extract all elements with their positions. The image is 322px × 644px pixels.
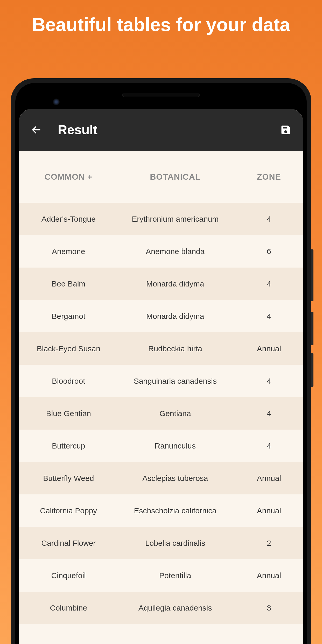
cell-common: Adder's-Tongue [19, 215, 116, 223]
cell-botanical: Aquilegia canadensis [116, 604, 235, 612]
cell-zone: 4 [235, 215, 303, 223]
table-row[interactable]: ColumbineAquilegia canadensis3 [19, 592, 303, 624]
table-row[interactable]: California PoppyEschscholzia californica… [19, 494, 303, 527]
cell-zone: 3 [235, 604, 303, 612]
promo-title: Beautiful tables for your data [0, 0, 322, 36]
table-header-row: COMMON + BOTANICAL ZONE [19, 151, 303, 203]
table-row[interactable]: BergamotMonarda didyma4 [19, 300, 303, 332]
cell-common: Bloodroot [19, 377, 116, 386]
phone-side-button [311, 249, 313, 301]
cell-common: Cinquefoil [19, 571, 116, 580]
table-row[interactable]: Black-Eyed SusanRudbeckia hirtaAnnual [19, 332, 303, 365]
cell-botanical: Ranunculus [116, 442, 235, 450]
save-icon [280, 124, 291, 136]
cell-common: Cardinal Flower [19, 539, 116, 548]
column-header-botanical[interactable]: BOTANICAL [116, 172, 235, 182]
table-row[interactable]: Bee BalmMonarda didyma4 [19, 268, 303, 300]
cell-common: Bee Balm [19, 279, 116, 288]
back-button[interactable] [27, 121, 45, 139]
cell-zone: 4 [235, 409, 303, 418]
table-row[interactable]: ButtercupRanunculus4 [19, 430, 303, 462]
cell-botanical: Monarda didyma [116, 279, 235, 288]
phone-frame: Result COMMON + BOTANICAL ZONE Adder's-T… [11, 78, 311, 644]
app-bar: Result [19, 109, 303, 151]
cell-zone: 4 [235, 279, 303, 288]
cell-botanical: Potentilla [116, 571, 235, 580]
cell-zone: Annual [235, 571, 303, 580]
phone-bezel: Result COMMON + BOTANICAL ZONE Adder's-T… [15, 83, 307, 644]
save-button[interactable] [277, 121, 295, 139]
cell-common: Buttercup [19, 442, 116, 450]
cell-botanical: Rudbeckia hirta [116, 344, 235, 353]
page-title: Result [58, 122, 277, 137]
phone-side-button [311, 353, 313, 387]
cell-common: Bergamot [19, 312, 116, 321]
cell-zone: 6 [235, 247, 303, 256]
cell-botanical: Lobelia cardinalis [116, 539, 235, 548]
cell-zone: Annual [235, 474, 303, 483]
cell-common: California Poppy [19, 506, 116, 515]
cell-botanical: Monarda didyma [116, 312, 235, 321]
data-table: COMMON + BOTANICAL ZONE Adder's-TongueEr… [19, 151, 303, 644]
table-row[interactable]: AnemoneAnemone blanda6 [19, 235, 303, 268]
table-body: Adder's-TongueErythronium americanum4Ane… [19, 203, 303, 624]
cell-botanical: Sanguinaria canadensis [116, 377, 235, 386]
table-row[interactable]: Cardinal FlowerLobelia cardinalis2 [19, 527, 303, 559]
cell-botanical: Asclepias tuberosa [116, 474, 235, 483]
app-screen: Result COMMON + BOTANICAL ZONE Adder's-T… [19, 109, 303, 644]
cell-zone: Annual [235, 344, 303, 353]
cell-common: Butterfly Weed [19, 474, 116, 483]
phone-camera [53, 99, 60, 105]
table-row[interactable]: BloodrootSanguinaria canadensis4 [19, 365, 303, 397]
table-row[interactable]: Butterfly WeedAsclepias tuberosaAnnual [19, 462, 303, 494]
column-header-common[interactable]: COMMON + [19, 172, 116, 182]
cell-common: Blue Gentian [19, 409, 116, 418]
table-row[interactable]: CinquefoilPotentillaAnnual [19, 559, 303, 592]
phone-speaker [122, 93, 200, 97]
column-header-zone[interactable]: ZONE [235, 172, 303, 182]
cell-zone: Annual [235, 506, 303, 515]
cell-zone: 2 [235, 539, 303, 548]
table-row[interactable]: Blue GentianGentiana4 [19, 397, 303, 430]
cell-zone: 4 [235, 312, 303, 321]
phone-side-button [311, 312, 313, 345]
cell-common: Black-Eyed Susan [19, 344, 116, 353]
cell-botanical: Anemone blanda [116, 247, 235, 256]
arrow-back-icon [31, 124, 42, 135]
cell-common: Columbine [19, 604, 116, 612]
cell-botanical: Gentiana [116, 409, 235, 418]
cell-zone: 4 [235, 377, 303, 386]
cell-zone: 4 [235, 442, 303, 450]
table-row[interactable]: Adder's-TongueErythronium americanum4 [19, 203, 303, 235]
cell-botanical: Erythronium americanum [116, 215, 235, 223]
cell-common: Anemone [19, 247, 116, 256]
cell-botanical: Eschscholzia californica [116, 506, 235, 515]
